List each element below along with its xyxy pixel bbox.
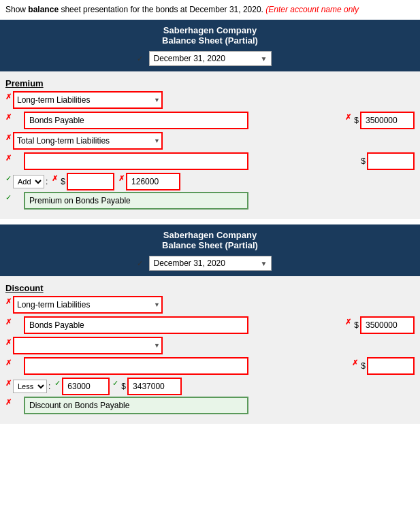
discount-row5-green-input[interactable] [24,397,248,414]
discount-row4-amount-input[interactable] [367,357,415,375]
discount-row3: ✗ ▼ [5,337,415,354]
discount-less-wrapper[interactable]: Less [13,380,47,393]
premium-row5-amount-xmark: ✗ [52,174,58,183]
premium-row3-dropdown-wrapper[interactable]: Total Long-term Liabilities ▼ [13,132,163,150]
premium-colon: : [46,177,48,186]
premium-date-wrapper[interactable]: December 31, 2020 ▼ [149,51,272,66]
discount-row4: ✗ ✗ $ [5,357,415,375]
discount-bonds-payable-input[interactable] [24,316,248,334]
discount-row4-amount-xmark: ✗ [352,358,358,367]
premium-row1-dropdown[interactable]: Long-term Liabilities [13,91,163,109]
discount-row2-xmark: ✗ [5,318,12,327]
premium-row3-dropdown[interactable]: Total Long-term Liabilities [13,132,163,150]
premium-row4-amount1-input[interactable] [367,152,415,170]
premium-row4-xmark: ✗ [5,154,12,163]
premium-row2-xmark: ✗ [5,113,12,122]
premium-row5-amount1-input[interactable] [67,173,114,190]
premium-row5-amount2-xmark: ✗ [118,174,125,183]
discount-row2-dollar: $ [354,320,359,330]
discount-row2-amount-input[interactable] [360,316,415,334]
discount-date-row: December 31, 2020 ▼ [0,256,420,276]
premium-row5: ✓ Add : ✗ $ ✗ ✓ [5,173,415,210]
discount-colon: : [48,382,50,391]
discount-row3-dropdown[interactable] [13,337,163,354]
discount-row1: ✗ Long-term Liabilities ▼ [5,296,415,314]
discount-row3-xmark: ✗ [5,338,12,347]
premium-row3-xmark: ✗ [5,133,12,142]
discount-row1-xmark: ✗ [5,297,12,306]
discount-row5: ✗ Less : ✓ ✓ $ ✗ [5,378,415,414]
balance-word: balance [28,5,59,14]
premium-row5-dollar2: $ [61,177,65,186]
premium-row5-check1: ✓ [5,174,12,183]
premium-section-bg: Premium ✗ Long-term Liabilities ▼ ✗ ✗ $ … [0,71,420,219]
premium-company-name: Saberhagen Company Balance Sheet (Partia… [0,20,420,51]
premium-row2-right: ✗ $ [248,112,415,129]
discount-row5-dollar2: $ [121,382,126,391]
discount-row4-dollar: $ [361,361,366,371]
discount-row4-xmark: ✗ [5,358,12,367]
discount-row4-text-input[interactable] [24,357,248,375]
premium-row5-check2: ✓ [5,193,12,202]
premium-row5-amount2-input[interactable] [126,173,180,190]
discount-row1-dropdown-wrapper[interactable]: Long-term Liabilities ▼ [13,296,163,314]
premium-bonds-payable-input[interactable] [24,112,248,129]
premium-row4-right: $ [248,152,415,170]
discount-section-bg: Discount ✗ Long-term Liabilities ▼ ✗ ✗ $… [0,276,420,424]
premium-row1-dropdown-wrapper[interactable]: Long-term Liabilities ▼ [13,91,163,109]
premium-row3: ✗ Total Long-term Liabilities ▼ [5,132,415,150]
premium-add-wrapper[interactable]: Add [13,175,44,188]
discount-row4-right: ✗ $ [248,357,415,375]
discount-company-name: Saberhagen Company Balance Sheet (Partia… [0,224,420,256]
instruction-text: Show balance sheet presentation for the … [0,0,420,20]
discount-row5-xmark2: ✗ [5,398,12,407]
premium-date-select[interactable]: December 31, 2020 [149,51,272,66]
discount-row2-amount-xmark: ✗ [345,318,351,327]
premium-row4: ✗ $ [5,152,415,170]
premium-row2-dollar: $ [354,116,359,125]
discount-section-title: Discount [5,279,415,296]
discount-row5-amount1-input[interactable] [62,378,110,395]
premium-date-row: December 31, 2020 ▼ [0,51,420,71]
discount-row2-right: ✗ $ [248,316,415,334]
premium-row2-amount-xmark: ✗ [345,113,351,122]
premium-row4-text-input[interactable] [24,152,248,170]
premium-row1: ✗ Long-term Liabilities ▼ [5,91,415,109]
premium-row2: ✗ ✗ $ [5,112,415,129]
italic-instruction: (Enter account name only [265,5,359,14]
discount-less-select[interactable]: Less [13,380,47,393]
discount-row3-dropdown-wrapper[interactable]: ▼ [13,337,163,354]
premium-add-select[interactable]: Add [13,175,44,188]
premium-row2-amount-input[interactable] [360,112,415,129]
discount-row5-xmark: ✗ [5,379,12,388]
discount-date-wrapper[interactable]: December 31, 2020 ▼ [149,256,272,271]
premium-row4-dollar: $ [361,156,366,166]
discount-row5-check1: ✓ [54,379,61,388]
discount-row2: ✗ ✗ $ [5,316,415,334]
premium-section-title: Premium [5,74,415,91]
discount-row1-dropdown[interactable]: Long-term Liabilities [13,296,163,314]
discount-date-select[interactable]: December 31, 2020 [149,256,272,271]
discount-row5-check2: ✓ [112,379,118,388]
discount-row5-amount2-input[interactable] [127,378,182,395]
premium-row5-green-input[interactable] [24,192,248,210]
premium-row1-xmark: ✗ [5,93,12,101]
